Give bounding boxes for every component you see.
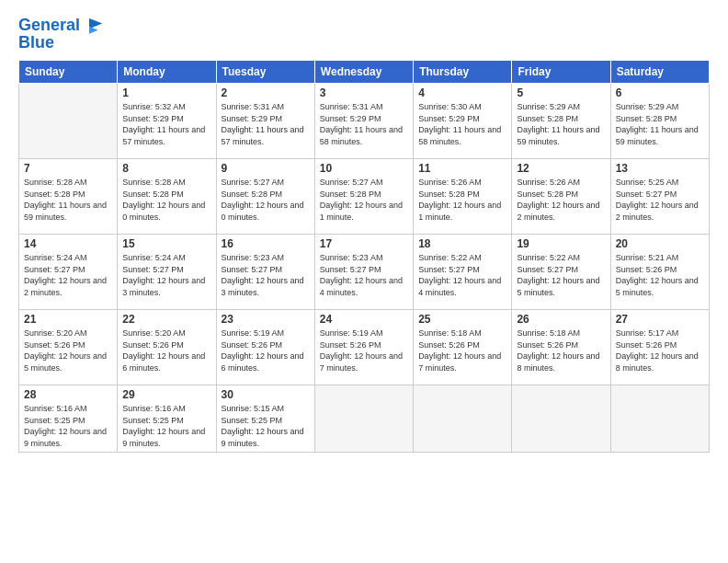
page: General Blue SundayMondayTuesdayWednesda… [0,0,728,563]
day-info: Sunrise: 5:24 AMSunset: 5:27 PMDaylight:… [122,252,210,298]
day-number: 3 [320,86,408,99]
day-info: Sunrise: 5:31 AMSunset: 5:29 PMDaylight:… [320,101,408,147]
day-number: 15 [122,237,210,250]
day-info: Sunrise: 5:16 AMSunset: 5:25 PMDaylight:… [24,403,112,449]
calendar-cell: 5Sunrise: 5:29 AMSunset: 5:28 PMDaylight… [512,84,610,159]
day-number: 27 [616,313,704,326]
col-header-sunday: Sunday [19,61,118,84]
day-info: Sunrise: 5:27 AMSunset: 5:28 PMDaylight:… [222,177,310,223]
calendar-cell: 25Sunrise: 5:18 AMSunset: 5:26 PMDayligh… [414,310,512,385]
calendar: SundayMondayTuesdayWednesdayThursdayFrid… [18,60,710,453]
day-info: Sunrise: 5:29 AMSunset: 5:28 PMDaylight:… [517,101,605,147]
day-info: Sunrise: 5:24 AMSunset: 5:27 PMDaylight:… [24,252,112,298]
day-number: 22 [122,313,210,326]
day-number: 10 [320,162,408,175]
calendar-cell: 13Sunrise: 5:25 AMSunset: 5:27 PMDayligh… [610,159,709,235]
calendar-cell: 18Sunrise: 5:22 AMSunset: 5:27 PMDayligh… [414,235,512,310]
day-info: Sunrise: 5:18 AMSunset: 5:26 PMDaylight:… [418,327,506,373]
calendar-cell: 21Sunrise: 5:20 AMSunset: 5:26 PMDayligh… [19,310,118,385]
day-number: 6 [616,86,704,99]
calendar-cell [414,385,512,453]
calendar-cell: 1Sunrise: 5:32 AMSunset: 5:29 PMDaylight… [118,84,216,159]
day-info: Sunrise: 5:25 AMSunset: 5:27 PMDaylight:… [616,177,704,223]
week-row-4: 21Sunrise: 5:20 AMSunset: 5:26 PMDayligh… [19,310,710,385]
calendar-cell: 4Sunrise: 5:30 AMSunset: 5:29 PMDaylight… [414,84,512,159]
day-number: 5 [517,86,605,99]
calendar-cell: 20Sunrise: 5:21 AMSunset: 5:26 PMDayligh… [610,235,709,310]
calendar-cell [512,385,610,453]
col-header-tuesday: Tuesday [216,61,314,84]
day-info: Sunrise: 5:19 AMSunset: 5:26 PMDaylight:… [222,327,310,373]
day-number: 14 [24,237,112,250]
day-info: Sunrise: 5:26 AMSunset: 5:28 PMDaylight:… [517,177,605,223]
day-number: 11 [418,162,506,175]
day-number: 13 [616,162,704,175]
week-row-5: 28Sunrise: 5:16 AMSunset: 5:25 PMDayligh… [19,385,710,453]
day-number: 20 [616,237,704,250]
calendar-cell: 30Sunrise: 5:15 AMSunset: 5:25 PMDayligh… [216,385,314,453]
day-info: Sunrise: 5:15 AMSunset: 5:25 PMDaylight:… [222,403,310,449]
calendar-cell: 28Sunrise: 5:16 AMSunset: 5:25 PMDayligh… [19,385,118,453]
calendar-cell: 3Sunrise: 5:31 AMSunset: 5:29 PMDaylight… [314,84,413,159]
day-info: Sunrise: 5:29 AMSunset: 5:28 PMDaylight:… [616,101,704,147]
calendar-cell: 23Sunrise: 5:19 AMSunset: 5:26 PMDayligh… [216,310,314,385]
day-info: Sunrise: 5:21 AMSunset: 5:26 PMDaylight:… [616,252,704,298]
day-number: 12 [517,162,605,175]
calendar-cell: 19Sunrise: 5:22 AMSunset: 5:27 PMDayligh… [512,235,610,310]
calendar-cell: 16Sunrise: 5:23 AMSunset: 5:27 PMDayligh… [216,235,314,310]
day-info: Sunrise: 5:16 AMSunset: 5:25 PMDaylight:… [122,403,210,449]
day-number: 7 [24,162,112,175]
col-header-friday: Friday [512,61,610,84]
day-number: 28 [24,388,112,401]
col-header-wednesday: Wednesday [314,61,413,84]
calendar-cell: 10Sunrise: 5:27 AMSunset: 5:28 PMDayligh… [314,159,413,235]
calendar-cell: 2Sunrise: 5:31 AMSunset: 5:29 PMDaylight… [216,84,314,159]
week-row-1: 1Sunrise: 5:32 AMSunset: 5:29 PMDaylight… [19,84,710,159]
day-number: 9 [222,162,310,175]
day-info: Sunrise: 5:20 AMSunset: 5:26 PMDaylight:… [122,327,210,373]
calendar-cell: 27Sunrise: 5:17 AMSunset: 5:26 PMDayligh… [610,310,709,385]
day-number: 17 [320,237,408,250]
calendar-cell: 24Sunrise: 5:19 AMSunset: 5:26 PMDayligh… [314,310,413,385]
calendar-cell: 7Sunrise: 5:28 AMSunset: 5:28 PMDaylight… [19,159,118,235]
week-row-2: 7Sunrise: 5:28 AMSunset: 5:28 PMDaylight… [19,159,710,235]
svg-marker-0 [89,18,102,29]
day-info: Sunrise: 5:18 AMSunset: 5:26 PMDaylight:… [517,327,605,373]
day-info: Sunrise: 5:23 AMSunset: 5:27 PMDaylight:… [222,252,310,298]
logo: General Blue [18,15,104,52]
day-number: 24 [320,313,408,326]
col-header-thursday: Thursday [414,61,512,84]
day-info: Sunrise: 5:23 AMSunset: 5:27 PMDaylight:… [320,252,408,298]
calendar-cell [610,385,709,453]
calendar-cell: 15Sunrise: 5:24 AMSunset: 5:27 PMDayligh… [118,235,216,310]
calendar-cell: 22Sunrise: 5:20 AMSunset: 5:26 PMDayligh… [118,310,216,385]
calendar-header-row: SundayMondayTuesdayWednesdayThursdayFrid… [19,61,710,84]
day-info: Sunrise: 5:30 AMSunset: 5:29 PMDaylight:… [418,101,506,147]
day-number: 29 [122,388,210,401]
svg-marker-1 [89,27,98,34]
day-number: 16 [222,237,310,250]
calendar-cell: 26Sunrise: 5:18 AMSunset: 5:26 PMDayligh… [512,310,610,385]
day-info: Sunrise: 5:27 AMSunset: 5:28 PMDaylight:… [320,177,408,223]
day-info: Sunrise: 5:17 AMSunset: 5:26 PMDaylight:… [616,327,704,373]
day-info: Sunrise: 5:28 AMSunset: 5:28 PMDaylight:… [24,177,112,223]
calendar-cell: 6Sunrise: 5:29 AMSunset: 5:28 PMDaylight… [610,84,709,159]
day-number: 8 [122,162,210,175]
calendar-cell: 11Sunrise: 5:26 AMSunset: 5:28 PMDayligh… [414,159,512,235]
calendar-cell: 17Sunrise: 5:23 AMSunset: 5:27 PMDayligh… [314,235,413,310]
day-info: Sunrise: 5:31 AMSunset: 5:29 PMDaylight:… [222,101,310,147]
col-header-monday: Monday [118,61,216,84]
calendar-cell: 9Sunrise: 5:27 AMSunset: 5:28 PMDaylight… [216,159,314,235]
day-info: Sunrise: 5:26 AMSunset: 5:28 PMDaylight:… [418,177,506,223]
logo-text: General [18,17,80,35]
day-number: 2 [222,86,310,99]
header: General Blue [18,15,710,52]
day-number: 4 [418,86,506,99]
col-header-saturday: Saturday [610,61,709,84]
day-number: 23 [222,313,310,326]
day-info: Sunrise: 5:19 AMSunset: 5:26 PMDaylight:… [320,327,408,373]
day-number: 19 [517,237,605,250]
day-info: Sunrise: 5:28 AMSunset: 5:28 PMDaylight:… [122,177,210,223]
day-info: Sunrise: 5:22 AMSunset: 5:27 PMDaylight:… [418,252,506,298]
logo-icon [82,15,104,37]
